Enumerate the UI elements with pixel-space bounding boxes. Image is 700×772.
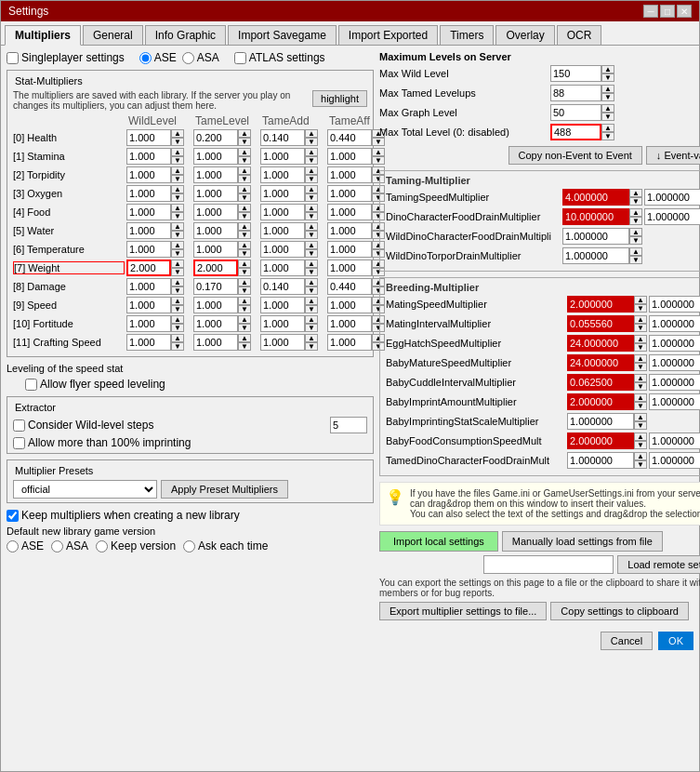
spin-down-0-tame[interactable]: ▼ [238, 138, 251, 146]
spin-down-8-add[interactable]: ▼ [305, 286, 318, 295]
max-down-0[interactable]: ▼ [601, 73, 614, 82]
spin-input-3-tame[interactable] [193, 185, 238, 202]
max-down-3[interactable]: ▼ [601, 132, 614, 140]
taming-down-0[interactable]: ▼ [629, 197, 642, 206]
tab-multipliers[interactable]: Multipliers [5, 25, 81, 46]
spin-up-6-tame[interactable]: ▲ [238, 241, 251, 249]
singleplayer-checkbox[interactable] [7, 52, 19, 64]
spin-input-5-aff[interactable] [327, 222, 372, 239]
spin-up-7-add[interactable]: ▲ [305, 260, 318, 268]
spin-input-9-aff[interactable] [327, 297, 372, 313]
import-local-button[interactable]: Import local settings [379, 531, 498, 552]
ask-each-time-radio[interactable] [183, 540, 195, 552]
breeding-input-7[interactable] [567, 433, 634, 449]
spin-down-7-add[interactable]: ▼ [305, 268, 318, 276]
spin-down-11-tame[interactable]: ▼ [238, 342, 251, 351]
spin-up-10-add[interactable]: ▲ [305, 315, 318, 324]
spin-up-4-tame[interactable]: ▲ [238, 204, 251, 212]
spin-up-7-wild[interactable]: ▲ [171, 260, 184, 268]
max-down-2[interactable]: ▼ [601, 113, 614, 121]
spin-up-1-add[interactable]: ▲ [305, 148, 318, 156]
spin-down-0-add[interactable]: ▼ [305, 138, 318, 146]
imprinting-label[interactable]: Allow more than 100% imprinting [13, 436, 367, 449]
breeding-input-3[interactable] [567, 354, 634, 371]
breeding-input-1[interactable] [567, 315, 634, 332]
spin-up-8-wild[interactable]: ▲ [171, 278, 184, 286]
max-up-3[interactable]: ▲ [601, 124, 614, 132]
spin-down-4-wild[interactable]: ▼ [171, 212, 184, 220]
breeding-input2-3[interactable] [649, 354, 700, 371]
spin-up-5-tame[interactable]: ▲ [238, 222, 251, 231]
spin-down-1-add[interactable]: ▼ [305, 156, 318, 165]
keep-multipliers-label[interactable]: Keep multipliers when creating a new lib… [7, 509, 374, 522]
spin-down-7-wild[interactable]: ▼ [171, 268, 184, 276]
breeding-up-5[interactable]: ▲ [634, 393, 647, 402]
spin-input-9-tame[interactable] [193, 297, 238, 313]
taming-down-3[interactable]: ▼ [629, 256, 642, 264]
spin-input-4-wild[interactable] [126, 204, 171, 220]
spin-input-0-add[interactable] [260, 129, 305, 146]
apply-preset-button[interactable]: Apply Preset Multipliers [161, 480, 288, 499]
ask-each-time-label[interactable]: Ask each time [183, 539, 268, 552]
spin-up-9-tame[interactable]: ▲ [238, 297, 251, 305]
spin-input-10-aff[interactable] [327, 315, 372, 332]
spin-input-5-tame[interactable] [193, 222, 238, 239]
spin-input-8-aff[interactable] [327, 278, 372, 295]
breeding-input2-4[interactable] [649, 374, 700, 391]
breeding-up-8[interactable]: ▲ [634, 452, 647, 460]
allow-flyer-checkbox[interactable] [25, 379, 37, 391]
spin-input-6-add[interactable] [260, 241, 305, 258]
breeding-input2-7[interactable] [649, 433, 700, 449]
wild-steps-input[interactable] [330, 417, 367, 433]
taming-input2-0[interactable] [644, 189, 700, 206]
breeding-down-5[interactable]: ▼ [634, 402, 647, 410]
wild-steps-checkbox[interactable] [13, 419, 25, 432]
highlight-button[interactable]: highlight [312, 90, 367, 107]
spin-down-9-wild[interactable]: ▼ [171, 305, 184, 313]
breeding-down-8[interactable]: ▼ [634, 460, 647, 469]
spin-down-0-wild[interactable]: ▼ [171, 138, 184, 146]
spin-input-7-add[interactable] [260, 260, 305, 276]
spin-input-10-add[interactable] [260, 315, 305, 332]
spin-up-8-tame[interactable]: ▲ [238, 278, 251, 286]
tab-ocr[interactable]: OCR [557, 25, 602, 45]
taming-up-0[interactable]: ▲ [629, 189, 642, 197]
spin-input-11-wild[interactable] [126, 334, 171, 351]
spin-input-0-tame[interactable] [193, 129, 238, 146]
max-input-1[interactable] [550, 85, 601, 101]
imprinting-checkbox[interactable] [13, 437, 25, 449]
ase-version-radio[interactable] [7, 540, 19, 552]
breeding-down-4[interactable]: ▼ [634, 382, 647, 391]
breeding-input-5[interactable] [567, 393, 634, 410]
spin-input-1-tame[interactable] [193, 148, 238, 165]
spin-down-4-add[interactable]: ▼ [305, 212, 318, 220]
copy-non-event-button[interactable]: Copy non-Event to Event [508, 146, 642, 165]
taming-input-3[interactable] [562, 247, 629, 264]
breeding-up-6[interactable]: ▲ [634, 413, 647, 421]
spin-input-0-aff[interactable] [327, 129, 372, 146]
spin-down-8-wild[interactable]: ▼ [171, 286, 184, 295]
spin-down-3-wild[interactable]: ▼ [171, 193, 184, 202]
atlas-checkbox[interactable] [234, 52, 246, 64]
ase-version-label[interactable]: ASE [7, 539, 44, 552]
maximize-button[interactable]: □ [660, 5, 675, 18]
spin-input-2-wild[interactable] [126, 166, 171, 183]
max-up-2[interactable]: ▲ [601, 104, 614, 113]
asa-version-label[interactable]: ASA [51, 539, 88, 552]
spin-up-8-add[interactable]: ▲ [305, 278, 318, 286]
spin-up-9-wild[interactable]: ▲ [171, 297, 184, 305]
max-input-2[interactable] [550, 104, 601, 121]
breeding-input2-1[interactable] [649, 315, 700, 332]
spin-input-6-wild[interactable] [126, 241, 171, 258]
spin-down-11-add[interactable]: ▼ [305, 342, 318, 351]
breeding-up-4[interactable]: ▲ [634, 374, 647, 382]
spin-down-1-wild[interactable]: ▼ [171, 156, 184, 165]
spin-up-7-tame[interactable]: ▲ [238, 260, 251, 268]
singleplayer-label[interactable]: Singleplayer settings [7, 51, 125, 64]
breeding-up-2[interactable]: ▲ [634, 335, 647, 343]
wild-steps-label[interactable]: Consider Wild-level steps [13, 419, 153, 432]
spin-up-0-tame[interactable]: ▲ [238, 129, 251, 138]
spin-input-10-tame[interactable] [193, 315, 238, 332]
spin-input-4-aff[interactable] [327, 204, 372, 220]
ok-button[interactable]: OK [658, 632, 693, 650]
